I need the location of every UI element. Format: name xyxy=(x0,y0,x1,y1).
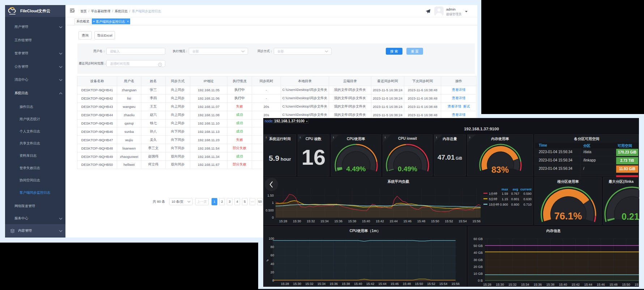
svg-text:15:38: 15:38 xyxy=(546,283,555,286)
svg-text:10 GB: 10 GB xyxy=(473,272,483,276)
svg-text:1: 1 xyxy=(272,201,274,205)
svg-text:15分钟: 15分钟 xyxy=(489,203,499,206)
svg-text:1.50: 1.50 xyxy=(267,194,274,197)
svg-text:avg: avg xyxy=(512,188,518,191)
svg-text:20 GB: 20 GB xyxy=(473,265,483,269)
svg-text:80: 80 xyxy=(270,245,274,249)
svg-text:30 GB: 30 GB xyxy=(473,258,483,262)
svg-text:40 GB: 40 GB xyxy=(473,251,483,255)
svg-text:15:44: 15:44 xyxy=(389,219,398,223)
svg-text:15:48: 15:48 xyxy=(609,283,618,286)
svg-text:20: 20 xyxy=(270,270,274,274)
svg-text:0 B: 0 B xyxy=(478,279,483,282)
svg-text:15:56: 15:56 xyxy=(452,282,460,286)
svg-text:15:40: 15:40 xyxy=(559,283,567,286)
svg-text:0.800: 0.800 xyxy=(511,203,519,206)
svg-text:15:42: 15:42 xyxy=(366,282,375,286)
svg-text:15:56: 15:56 xyxy=(473,219,481,223)
svg-text:0.710: 0.710 xyxy=(523,203,532,206)
svg-text:15:52: 15:52 xyxy=(635,283,639,286)
svg-text:15:38: 15:38 xyxy=(342,282,350,286)
svg-text:⇗: ⇗ xyxy=(266,259,269,262)
svg-text:15:36: 15:36 xyxy=(334,219,343,223)
svg-text:15:42: 15:42 xyxy=(376,219,384,223)
svg-text:15:50: 15:50 xyxy=(622,283,630,286)
svg-text:1.59: 1.59 xyxy=(502,192,508,196)
svg-text:1分钟: 1分钟 xyxy=(489,192,497,196)
svg-text:0.590: 0.590 xyxy=(523,192,532,196)
svg-text:15:30: 15:30 xyxy=(293,219,301,223)
svg-text:15:34: 15:34 xyxy=(521,283,529,286)
svg-text:0.801: 0.801 xyxy=(511,197,519,201)
svg-text:15:34: 15:34 xyxy=(317,282,326,286)
svg-text:15:28: 15:28 xyxy=(279,219,287,223)
svg-text:15:28: 15:28 xyxy=(281,282,289,286)
svg-text:15:32: 15:32 xyxy=(305,282,314,286)
svg-text:1.15: 1.15 xyxy=(502,197,508,201)
svg-text:current: current xyxy=(520,188,532,191)
svg-text:0: 0 xyxy=(272,216,274,219)
svg-text:15:28: 15:28 xyxy=(483,283,491,286)
svg-text:5分钟: 5分钟 xyxy=(489,197,497,201)
svg-text:0.900: 0.900 xyxy=(500,203,508,206)
svg-text:max: max xyxy=(502,188,508,191)
svg-text:15:32: 15:32 xyxy=(307,219,315,223)
svg-text:50 GB: 50 GB xyxy=(473,244,483,248)
svg-text:60: 60 xyxy=(270,253,274,257)
svg-text:15:32: 15:32 xyxy=(508,283,517,286)
svg-text:60 GB: 60 GB xyxy=(473,237,483,241)
svg-text:15:42: 15:42 xyxy=(572,283,580,286)
svg-text:0: 0 xyxy=(272,279,274,282)
svg-text:40: 40 xyxy=(270,262,274,266)
svg-text:0.767: 0.767 xyxy=(511,192,519,196)
svg-text:15:44: 15:44 xyxy=(378,282,387,286)
svg-text:15:52: 15:52 xyxy=(427,282,435,286)
svg-text:15:46: 15:46 xyxy=(391,282,399,286)
svg-text:15:30: 15:30 xyxy=(496,283,504,286)
svg-text:15:38: 15:38 xyxy=(348,219,357,223)
svg-text:15:48: 15:48 xyxy=(417,219,426,223)
svg-text:15:46: 15:46 xyxy=(597,283,605,286)
svg-text:15:36: 15:36 xyxy=(330,282,338,286)
svg-text:15:50: 15:50 xyxy=(431,219,439,223)
svg-text:15:54: 15:54 xyxy=(459,219,467,223)
svg-text:15:48: 15:48 xyxy=(403,282,411,286)
svg-text:15:34: 15:34 xyxy=(320,219,329,223)
svg-text:15:36: 15:36 xyxy=(534,283,542,286)
svg-text:0.500: 0.500 xyxy=(265,209,274,212)
svg-text:15:40: 15:40 xyxy=(354,282,362,286)
svg-text:15:50: 15:50 xyxy=(415,282,423,286)
svg-text:15:30: 15:30 xyxy=(293,282,301,286)
svg-text:0.630: 0.630 xyxy=(523,197,532,201)
svg-text:15:40: 15:40 xyxy=(362,219,370,223)
svg-text:15:44: 15:44 xyxy=(584,283,592,286)
svg-text:100: 100 xyxy=(269,237,274,240)
svg-text:15:52: 15:52 xyxy=(445,219,453,223)
svg-text:15:54: 15:54 xyxy=(439,282,448,286)
svg-text:15:46: 15:46 xyxy=(404,219,412,223)
